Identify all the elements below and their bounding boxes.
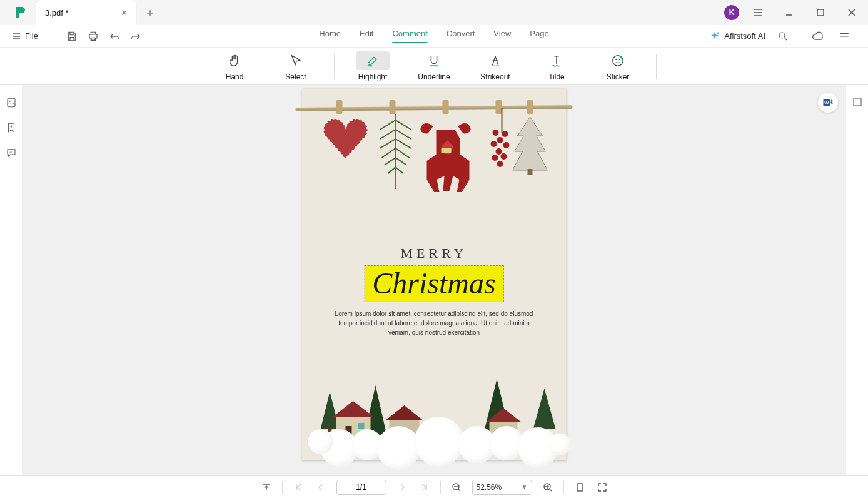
svg-point-5 — [619, 59, 620, 60]
page-input[interactable] — [336, 480, 386, 495]
tab-edit[interactable]: Edit — [360, 29, 373, 43]
cursor-icon — [288, 53, 304, 69]
select-label: Select — [285, 73, 306, 81]
scroll-top-button[interactable] — [260, 480, 273, 494]
fit-page-button[interactable] — [573, 480, 587, 494]
select-tool[interactable]: Select — [273, 49, 319, 84]
document-canvas[interactable]: MERRY Christmas Lorem ipsum dolor sit am… — [23, 85, 845, 475]
heart-ornament — [321, 114, 371, 164]
app-logo — [11, 3, 30, 22]
comment-toolbar: Hand Select Highlight Underline Strikeou… — [0, 48, 868, 85]
hanging-decorations — [302, 89, 567, 226]
svg-text:W: W — [824, 100, 829, 106]
sticker-label: Sticker — [607, 73, 630, 81]
comments-panel-button[interactable] — [5, 146, 18, 159]
sticker-icon — [610, 53, 626, 69]
statusbar: 52.56% ▼ — [0, 475, 868, 498]
maximize-button[interactable] — [808, 3, 833, 23]
hand-icon — [226, 53, 243, 69]
ai-button[interactable]: Afirstsoft AI — [709, 31, 765, 42]
tab-page[interactable]: Page — [530, 29, 548, 43]
ai-label: Afirstsoft AI — [724, 31, 765, 41]
christmas-highlight[interactable]: Christmas — [364, 265, 503, 302]
underline-label: Underline — [418, 73, 450, 81]
svg-point-15 — [501, 153, 507, 160]
save-button[interactable] — [63, 28, 81, 45]
svg-point-16 — [492, 155, 498, 161]
svg-point-2 — [779, 33, 785, 38]
menubar: File Home Edit Comment Convert View Page — [0, 25, 868, 48]
svg-point-4 — [615, 59, 617, 60]
properties-panel-button[interactable] — [852, 96, 863, 109]
highlight-tool[interactable]: Highlight — [350, 49, 396, 84]
toolbar-divider — [656, 54, 657, 79]
main-area: MERRY Christmas Lorem ipsum dolor sit am… — [0, 85, 868, 475]
tilde-tool[interactable]: Tilde — [533, 49, 580, 84]
last-page-button[interactable] — [418, 480, 431, 494]
svg-rect-8 — [442, 148, 452, 153]
word-icon: W — [822, 96, 834, 109]
zoom-select[interactable]: 52.56% ▼ — [472, 480, 532, 495]
thumbnails-panel-button[interactable] — [5, 96, 18, 109]
hamburger-icon — [11, 31, 21, 41]
close-window-button[interactable] — [839, 3, 864, 23]
user-avatar[interactable]: K — [724, 5, 739, 20]
new-tab-button[interactable]: ＋ — [141, 4, 159, 21]
tilde-label: Tilde — [548, 73, 565, 81]
zoom-in-button[interactable] — [541, 480, 555, 494]
collapse-ribbon-button[interactable] — [835, 28, 853, 45]
highlighter-icon — [365, 53, 381, 69]
minimize-button[interactable] — [777, 3, 802, 23]
search-button[interactable] — [774, 28, 792, 45]
tree-ornament — [512, 114, 549, 176]
sticker-tool[interactable]: Sticker — [595, 49, 641, 84]
cloud-button[interactable] — [809, 28, 827, 45]
export-word-button[interactable]: W — [818, 93, 838, 113]
svg-rect-6 — [8, 98, 15, 107]
zoom-value: 52.56% — [477, 483, 502, 492]
bookmarks-panel-button[interactable] — [5, 121, 18, 134]
svg-rect-32 — [854, 98, 861, 106]
svg-rect-0 — [817, 9, 824, 16]
toolbar-divider — [334, 54, 335, 79]
hand-label: Hand — [226, 73, 244, 81]
next-page-button[interactable] — [395, 480, 409, 494]
tilde-icon — [548, 53, 565, 69]
print-button[interactable] — [84, 28, 102, 45]
svg-point-17 — [497, 161, 503, 167]
svg-point-13 — [503, 142, 510, 148]
svg-rect-35 — [577, 484, 582, 491]
tab-view[interactable]: View — [493, 29, 511, 43]
christmas-text: Christmas — [372, 267, 495, 300]
bottom-scene — [302, 354, 567, 460]
highlight-label: Highlight — [358, 73, 388, 81]
document-tab[interactable]: 3.pdf * ✕ — [36, 0, 136, 25]
lorem-text: Lorem ipsum dolor sit amet, consectetur … — [333, 309, 535, 337]
fullscreen-button[interactable] — [595, 480, 609, 494]
tab-comment[interactable]: Comment — [392, 29, 427, 43]
hand-tool[interactable]: Hand — [211, 49, 258, 84]
tab-home[interactable]: Home — [319, 29, 341, 43]
file-menu-button[interactable]: File — [6, 29, 43, 44]
chevron-down-icon: ▼ — [522, 484, 528, 490]
underline-tool[interactable]: Underline — [411, 49, 457, 84]
redo-button[interactable] — [127, 28, 144, 45]
svg-point-9 — [493, 130, 499, 136]
svg-point-11 — [497, 137, 503, 143]
left-rail — [0, 85, 23, 475]
moose-ornament — [411, 114, 480, 220]
strikeout-tool[interactable]: Strikeout — [472, 49, 518, 84]
prev-page-button[interactable] — [314, 480, 328, 494]
zoom-out-button[interactable] — [450, 480, 463, 494]
merry-text: MERRY — [302, 245, 567, 262]
pine-branch — [377, 114, 415, 189]
close-tab-icon[interactable]: ✕ — [121, 8, 128, 18]
underline-icon — [426, 53, 442, 69]
undo-button[interactable] — [106, 28, 123, 45]
strikeout-label: Strikeout — [480, 73, 510, 81]
tab-convert[interactable]: Convert — [447, 29, 475, 43]
right-rail — [845, 85, 868, 475]
first-page-button[interactable] — [291, 480, 305, 494]
hamburger-menu-icon[interactable] — [745, 3, 770, 23]
svg-point-10 — [502, 131, 508, 137]
